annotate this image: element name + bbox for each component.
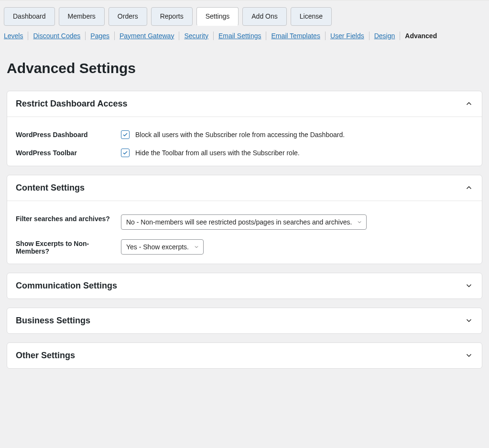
subtab-advanced: Advanced [400,32,442,40]
panel-header-communication[interactable]: Communication Settings [7,273,482,299]
panel-title: Business Settings [16,316,90,326]
select-value: No - Non-members will see restricted pos… [126,218,352,226]
panel-header-content[interactable]: Content Settings [7,175,482,201]
tab-orders[interactable]: Orders [109,7,147,26]
panel-title: Restrict Dashboard Access [16,99,127,109]
panel-restrict-dashboard-access: Restrict Dashboard Access WordPress Dash… [7,91,482,166]
panel-header-business[interactable]: Business Settings [7,308,482,333]
chevron-down-icon [194,244,199,250]
tab-reports[interactable]: Reports [151,7,193,26]
panel-communication-settings: Communication Settings [7,273,482,299]
label-show-excerpts: Show Excerpts to Non-Members? [16,239,121,255]
panel-body-restrict: WordPress Dashboard Block all users with… [7,117,482,166]
panel-other-settings: Other Settings [7,342,482,369]
desc-wp-toolbar: Hide the Toolbar from all users with the… [135,149,300,157]
row-wp-dashboard: WordPress Dashboard Block all users with… [7,121,482,139]
tab-settings[interactable]: Settings [196,7,239,26]
subtab-pages[interactable]: Pages [86,32,115,40]
chevron-up-icon [465,183,473,192]
subtab-user-fields[interactable]: User Fields [326,32,369,40]
subtab-security[interactable]: Security [179,32,214,40]
chevron-up-icon [465,99,473,108]
panel-business-settings: Business Settings [7,308,482,334]
subtab-email-settings[interactable]: Email Settings [214,32,266,40]
panel-title: Other Settings [16,351,75,361]
label-wp-toolbar: WordPress Toolbar [16,149,121,157]
tab-dashboard[interactable]: Dashboard [4,7,55,26]
row-show-excerpts: Show Excerpts to Non-Members? Yes - Show… [7,230,482,255]
panel-content-settings: Content Settings Filter searches and arc… [7,175,482,264]
panel-body-content: Filter searches and archives? No - Non-m… [7,201,482,264]
checkbox-block-dashboard[interactable] [121,130,130,139]
select-value: Yes - Show excerpts. [126,243,189,251]
chevron-down-icon [357,219,362,225]
chevron-down-icon [465,281,473,290]
tab-license[interactable]: License [291,7,332,26]
chevron-down-icon [465,351,473,360]
row-filter-searches: Filter searches and archives? No - Non-m… [7,205,482,230]
tab-add-ons[interactable]: Add Ons [242,7,286,26]
primary-tabs: Dashboard Members Orders Reports Setting… [0,0,489,26]
select-show-excerpts[interactable]: Yes - Show excerpts. [121,239,204,255]
label-filter-searches: Filter searches and archives? [16,214,121,223]
panel-title: Content Settings [16,183,85,193]
panel-header-restrict[interactable]: Restrict Dashboard Access [7,91,482,117]
label-wp-dashboard: WordPress Dashboard [16,130,121,139]
subtab-levels[interactable]: Levels [4,32,28,40]
page-title: Advanced Settings [7,60,482,76]
subtab-discount-codes[interactable]: Discount Codes [28,32,86,40]
subtab-design[interactable]: Design [369,32,401,40]
tab-members[interactable]: Members [59,7,105,26]
subtab-email-templates[interactable]: Email Templates [266,32,325,40]
panel-header-other[interactable]: Other Settings [7,343,482,368]
checkbox-hide-toolbar[interactable] [121,149,130,157]
subtab-payment-gateway[interactable]: Payment Gateway [115,32,179,40]
select-filter-searches[interactable]: No - Non-members will see restricted pos… [121,214,367,230]
row-wp-toolbar: WordPress Toolbar Hide the Toolbar from … [7,139,482,157]
panel-title: Communication Settings [16,281,117,291]
settings-subtabs: Levels Discount Codes Pages Payment Gate… [0,26,489,40]
chevron-down-icon [465,316,473,325]
desc-wp-dashboard: Block all users with the Subscriber role… [135,131,345,139]
